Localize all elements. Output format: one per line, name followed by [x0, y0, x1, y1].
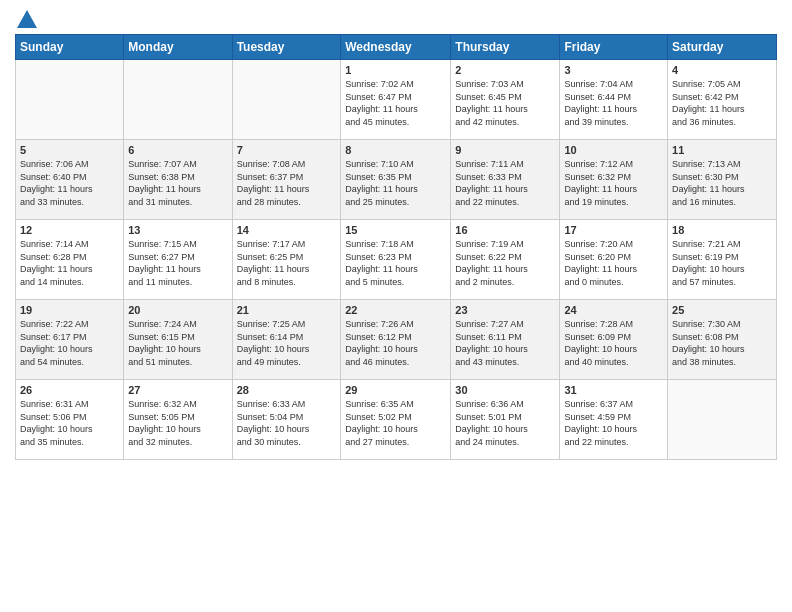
logo-triangle-icon — [17, 10, 37, 28]
day-cell: 14Sunrise: 7:17 AM Sunset: 6:25 PM Dayli… — [232, 220, 341, 300]
day-number: 27 — [128, 384, 227, 396]
day-cell: 13Sunrise: 7:15 AM Sunset: 6:27 PM Dayli… — [124, 220, 232, 300]
day-number: 5 — [20, 144, 119, 156]
day-info: Sunrise: 7:05 AM Sunset: 6:42 PM Dayligh… — [672, 78, 772, 128]
day-cell: 10Sunrise: 7:12 AM Sunset: 6:32 PM Dayli… — [560, 140, 668, 220]
day-cell: 29Sunrise: 6:35 AM Sunset: 5:02 PM Dayli… — [341, 380, 451, 460]
day-cell — [124, 60, 232, 140]
day-cell: 18Sunrise: 7:21 AM Sunset: 6:19 PM Dayli… — [668, 220, 777, 300]
day-number: 23 — [455, 304, 555, 316]
day-cell: 19Sunrise: 7:22 AM Sunset: 6:17 PM Dayli… — [16, 300, 124, 380]
day-cell: 9Sunrise: 7:11 AM Sunset: 6:33 PM Daylig… — [451, 140, 560, 220]
day-info: Sunrise: 6:37 AM Sunset: 4:59 PM Dayligh… — [564, 398, 663, 448]
day-header-saturday: Saturday — [668, 35, 777, 60]
day-cell: 24Sunrise: 7:28 AM Sunset: 6:09 PM Dayli… — [560, 300, 668, 380]
day-number: 16 — [455, 224, 555, 236]
day-cell: 26Sunrise: 6:31 AM Sunset: 5:06 PM Dayli… — [16, 380, 124, 460]
day-number: 13 — [128, 224, 227, 236]
week-row-3: 12Sunrise: 7:14 AM Sunset: 6:28 PM Dayli… — [16, 220, 777, 300]
day-cell: 2Sunrise: 7:03 AM Sunset: 6:45 PM Daylig… — [451, 60, 560, 140]
day-number: 11 — [672, 144, 772, 156]
day-number: 1 — [345, 64, 446, 76]
day-info: Sunrise: 7:03 AM Sunset: 6:45 PM Dayligh… — [455, 78, 555, 128]
day-header-sunday: Sunday — [16, 35, 124, 60]
logo — [15, 10, 37, 26]
day-header-friday: Friday — [560, 35, 668, 60]
day-cell: 16Sunrise: 7:19 AM Sunset: 6:22 PM Dayli… — [451, 220, 560, 300]
page: SundayMondayTuesdayWednesdayThursdayFrid… — [0, 0, 792, 612]
day-number: 2 — [455, 64, 555, 76]
day-number: 29 — [345, 384, 446, 396]
day-number: 26 — [20, 384, 119, 396]
week-row-1: 1Sunrise: 7:02 AM Sunset: 6:47 PM Daylig… — [16, 60, 777, 140]
day-cell: 30Sunrise: 6:36 AM Sunset: 5:01 PM Dayli… — [451, 380, 560, 460]
day-cell: 4Sunrise: 7:05 AM Sunset: 6:42 PM Daylig… — [668, 60, 777, 140]
day-info: Sunrise: 7:20 AM Sunset: 6:20 PM Dayligh… — [564, 238, 663, 288]
day-info: Sunrise: 7:27 AM Sunset: 6:11 PM Dayligh… — [455, 318, 555, 368]
day-number: 12 — [20, 224, 119, 236]
day-number: 10 — [564, 144, 663, 156]
day-info: Sunrise: 7:26 AM Sunset: 6:12 PM Dayligh… — [345, 318, 446, 368]
day-info: Sunrise: 7:11 AM Sunset: 6:33 PM Dayligh… — [455, 158, 555, 208]
day-cell — [232, 60, 341, 140]
day-info: Sunrise: 6:31 AM Sunset: 5:06 PM Dayligh… — [20, 398, 119, 448]
day-number: 20 — [128, 304, 227, 316]
day-number: 17 — [564, 224, 663, 236]
day-cell: 21Sunrise: 7:25 AM Sunset: 6:14 PM Dayli… — [232, 300, 341, 380]
day-info: Sunrise: 7:13 AM Sunset: 6:30 PM Dayligh… — [672, 158, 772, 208]
day-info: Sunrise: 7:07 AM Sunset: 6:38 PM Dayligh… — [128, 158, 227, 208]
day-info: Sunrise: 6:36 AM Sunset: 5:01 PM Dayligh… — [455, 398, 555, 448]
day-info: Sunrise: 6:35 AM Sunset: 5:02 PM Dayligh… — [345, 398, 446, 448]
day-info: Sunrise: 7:22 AM Sunset: 6:17 PM Dayligh… — [20, 318, 119, 368]
day-cell: 12Sunrise: 7:14 AM Sunset: 6:28 PM Dayli… — [16, 220, 124, 300]
header-row: SundayMondayTuesdayWednesdayThursdayFrid… — [16, 35, 777, 60]
day-info: Sunrise: 7:02 AM Sunset: 6:47 PM Dayligh… — [345, 78, 446, 128]
day-cell: 31Sunrise: 6:37 AM Sunset: 4:59 PM Dayli… — [560, 380, 668, 460]
day-cell: 6Sunrise: 7:07 AM Sunset: 6:38 PM Daylig… — [124, 140, 232, 220]
day-info: Sunrise: 7:24 AM Sunset: 6:15 PM Dayligh… — [128, 318, 227, 368]
day-info: Sunrise: 7:19 AM Sunset: 6:22 PM Dayligh… — [455, 238, 555, 288]
day-info: Sunrise: 7:08 AM Sunset: 6:37 PM Dayligh… — [237, 158, 337, 208]
day-header-thursday: Thursday — [451, 35, 560, 60]
day-info: Sunrise: 7:15 AM Sunset: 6:27 PM Dayligh… — [128, 238, 227, 288]
day-number: 24 — [564, 304, 663, 316]
day-info: Sunrise: 6:32 AM Sunset: 5:05 PM Dayligh… — [128, 398, 227, 448]
day-number: 3 — [564, 64, 663, 76]
day-number: 7 — [237, 144, 337, 156]
day-number: 18 — [672, 224, 772, 236]
day-cell: 25Sunrise: 7:30 AM Sunset: 6:08 PM Dayli… — [668, 300, 777, 380]
day-number: 30 — [455, 384, 555, 396]
day-info: Sunrise: 7:17 AM Sunset: 6:25 PM Dayligh… — [237, 238, 337, 288]
week-row-4: 19Sunrise: 7:22 AM Sunset: 6:17 PM Dayli… — [16, 300, 777, 380]
day-number: 4 — [672, 64, 772, 76]
header — [15, 10, 777, 26]
day-number: 25 — [672, 304, 772, 316]
day-number: 21 — [237, 304, 337, 316]
day-header-wednesday: Wednesday — [341, 35, 451, 60]
day-number: 8 — [345, 144, 446, 156]
week-row-2: 5Sunrise: 7:06 AM Sunset: 6:40 PM Daylig… — [16, 140, 777, 220]
day-info: Sunrise: 7:21 AM Sunset: 6:19 PM Dayligh… — [672, 238, 772, 288]
day-cell: 20Sunrise: 7:24 AM Sunset: 6:15 PM Dayli… — [124, 300, 232, 380]
day-info: Sunrise: 7:18 AM Sunset: 6:23 PM Dayligh… — [345, 238, 446, 288]
day-info: Sunrise: 6:33 AM Sunset: 5:04 PM Dayligh… — [237, 398, 337, 448]
day-cell: 22Sunrise: 7:26 AM Sunset: 6:12 PM Dayli… — [341, 300, 451, 380]
day-cell: 11Sunrise: 7:13 AM Sunset: 6:30 PM Dayli… — [668, 140, 777, 220]
day-info: Sunrise: 7:06 AM Sunset: 6:40 PM Dayligh… — [20, 158, 119, 208]
calendar-table: SundayMondayTuesdayWednesdayThursdayFrid… — [15, 34, 777, 460]
day-info: Sunrise: 7:28 AM Sunset: 6:09 PM Dayligh… — [564, 318, 663, 368]
day-cell — [668, 380, 777, 460]
day-cell: 8Sunrise: 7:10 AM Sunset: 6:35 PM Daylig… — [341, 140, 451, 220]
day-cell: 27Sunrise: 6:32 AM Sunset: 5:05 PM Dayli… — [124, 380, 232, 460]
day-cell — [16, 60, 124, 140]
day-info: Sunrise: 7:30 AM Sunset: 6:08 PM Dayligh… — [672, 318, 772, 368]
day-number: 19 — [20, 304, 119, 316]
day-cell: 7Sunrise: 7:08 AM Sunset: 6:37 PM Daylig… — [232, 140, 341, 220]
day-info: Sunrise: 7:12 AM Sunset: 6:32 PM Dayligh… — [564, 158, 663, 208]
day-cell: 3Sunrise: 7:04 AM Sunset: 6:44 PM Daylig… — [560, 60, 668, 140]
day-info: Sunrise: 7:04 AM Sunset: 6:44 PM Dayligh… — [564, 78, 663, 128]
day-cell: 15Sunrise: 7:18 AM Sunset: 6:23 PM Dayli… — [341, 220, 451, 300]
day-header-monday: Monday — [124, 35, 232, 60]
day-cell: 23Sunrise: 7:27 AM Sunset: 6:11 PM Dayli… — [451, 300, 560, 380]
day-number: 15 — [345, 224, 446, 236]
